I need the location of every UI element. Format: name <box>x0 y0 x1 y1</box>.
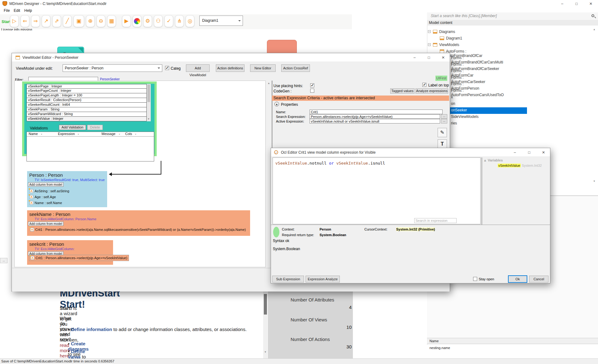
tree-item-personseeker[interactable]: onSeeker <box>450 107 527 114</box>
model-search[interactable]: Start a search like this [Class].[Member… <box>427 12 598 20</box>
scroll-down-icon[interactable]: ▼ <box>147 118 150 120</box>
edit-expression-button[interactable]: ✎ <box>438 128 447 137</box>
active-expression-ellipsis-button[interactable]: ... <box>441 119 447 124</box>
search-icon[interactable] <box>591 14 594 17</box>
toolbar-button[interactable]: ⚙ <box>143 15 152 27</box>
collapse-icon[interactable]: − <box>428 43 431 46</box>
codegen-checkbox[interactable] <box>310 89 314 93</box>
toolbar-button[interactable]: ▷ <box>10 15 19 27</box>
vm-box-seekname[interactable]: seekName : Person TV: Eco.HiliteGridColu… <box>27 210 250 236</box>
list-item[interactable]: vSeekerResult : Collection(Person) <box>26 98 147 103</box>
search-in-expression-input[interactable]: Search in expression <box>414 218 457 223</box>
use-placing-hints-checkbox[interactable] <box>310 83 314 87</box>
viewmodel-under-edit-select[interactable]: PersonSeeker : Person <box>63 64 162 72</box>
list-item[interactable]: vSeekParamWildcard : String <box>26 112 147 117</box>
vm-canvas-scrollbar[interactable]: ▲ <box>267 81 271 267</box>
close-button[interactable]: ✕ <box>584 0 598 7</box>
collapse-icon[interactable]: − <box>428 30 431 33</box>
stay-open-checkbox[interactable] <box>473 277 477 281</box>
scroll-up-icon[interactable]: ▲ <box>593 28 596 31</box>
search-input[interactable]: Start a search like this [Class].[Member… <box>431 14 497 18</box>
list-item[interactable]: vSeekerPageLength : Integer = 100 <box>26 93 147 98</box>
action-definitions-button[interactable]: Action definitions <box>216 64 244 72</box>
toolbar-button[interactable]: ⚇ <box>154 15 163 27</box>
list-item[interactable]: vSeekIntValue : Integer <box>26 117 147 121</box>
column-header[interactable]: Expression <box>58 132 75 136</box>
crit-name-input[interactable]: Crit1 <box>310 110 443 114</box>
toolbar-button[interactable]: ⇒ <box>31 15 40 27</box>
analyze-expressions-button[interactable]: Analyze expressions <box>415 88 448 94</box>
filter-funnel-icon[interactable]: ▼ <box>135 133 137 135</box>
text-button[interactable]: T <box>438 139 447 149</box>
wizard-scrollbar[interactable]: ▼ <box>263 292 268 358</box>
toolbar-button[interactable] <box>133 15 141 27</box>
toolbar-button[interactable]: ⇐ <box>21 15 29 27</box>
label-on-top-checkbox[interactable] <box>422 83 426 87</box>
categ-checkbox[interactable] <box>165 66 169 70</box>
list-item[interactable]: vSeekerPageCount : Integer <box>26 89 147 93</box>
toolbar-button[interactable]: ✓ <box>164 15 173 27</box>
property-name-value[interactable]: nesting.name <box>427 345 598 358</box>
scroll-down-icon[interactable]: ▼ <box>593 180 596 183</box>
close-button[interactable]: ✕ <box>436 54 450 61</box>
column-header[interactable]: Name <box>29 132 38 136</box>
scroll-down-icon[interactable]: ▼ <box>264 351 267 353</box>
column-header[interactable]: Message <box>102 132 116 136</box>
search-expression-ellipsis-button[interactable]: ... <box>441 114 447 119</box>
variable-row[interactable]: vSeekIntValue System.Int32 <box>498 164 542 167</box>
maximize-button[interactable]: □ <box>422 54 436 61</box>
h-scrollbar-fragment[interactable]: ↔ <box>0 258 7 263</box>
expression-analyze-button[interactable]: Expression Analyze <box>306 276 340 282</box>
cancel-button[interactable]: Cancel <box>529 276 548 282</box>
search-expression-input[interactable]: Person.allinstances->select(p|p.Age>=vSe… <box>310 114 440 119</box>
collapse-circle-icon[interactable]: ▲ <box>274 102 279 106</box>
delete-validation-button[interactable]: Delete <box>87 125 103 130</box>
add-column-button[interactable]: Add column from model <box>28 182 64 187</box>
filter-funnel-icon[interactable]: ▼ <box>40 133 43 135</box>
sub-expression-button[interactable]: Sub Expression <box>272 276 304 282</box>
diagram-select[interactable]: Diagram1 <box>199 16 243 26</box>
action-crossref-button[interactable]: Action CrossRef <box>281 64 310 72</box>
vm-column-selected[interactable]: A Crit1 : Person.allinstances->select(p|… <box>29 255 129 261</box>
define-information-link[interactable]: Define information <box>71 327 112 332</box>
scroll-up-icon[interactable]: ▲ <box>268 82 270 85</box>
filter-funnel-icon[interactable]: ▼ <box>118 133 121 135</box>
minimize-button[interactable]: – <box>555 0 569 7</box>
toolbar-button[interactable]: ⇗ <box>52 15 61 27</box>
toolbar-button[interactable]: ╱ <box>63 15 72 27</box>
scrollbar-thumb[interactable] <box>147 85 150 102</box>
scrollbar-thumb[interactable] <box>264 294 267 315</box>
list-item[interactable]: vSeekerResultCount : Int64 <box>26 103 147 107</box>
field-list-scrollbar[interactable]: ▼ <box>147 84 151 121</box>
ok-button[interactable]: Ok <box>508 275 527 283</box>
toolbar-button[interactable]: ◎ <box>186 15 194 27</box>
add-validation-button[interactable]: Add Validation <box>59 125 86 130</box>
maximize-button[interactable]: □ <box>569 0 584 7</box>
active-expression-input[interactable]: vSeekIntValue.notnull or vSeekIntValue.i… <box>310 119 440 124</box>
menu-file[interactable]: File <box>4 8 10 13</box>
toolbar-button[interactable]: ⊕ <box>86 15 95 27</box>
add-column-button[interactable]: Add column from model <box>28 222 64 226</box>
column-header[interactable]: Cols <box>125 132 132 136</box>
toolbar-button[interactable]: ▣ <box>74 15 84 27</box>
minimize-button[interactable]: – <box>407 54 422 61</box>
toolbar-button[interactable]: ⋔ <box>175 15 184 27</box>
list-item[interactable]: vSeekerPage : Integer <box>26 84 147 89</box>
menu-edit[interactable]: Edit <box>14 8 20 13</box>
list-item[interactable]: vSeekParam : String <box>26 107 147 112</box>
toolbar-button[interactable]: ▶ <box>122 15 131 27</box>
menu-help[interactable]: Help <box>24 8 32 13</box>
tagged-values-button[interactable]: Tagged values <box>390 88 415 94</box>
toolbar-button[interactable]: ⊖ <box>97 15 105 27</box>
vm-box-person[interactable]: Person : Person TV: IsSeekerResultGrid: … <box>27 171 107 207</box>
new-editor-button[interactable]: New Editor <box>250 64 276 72</box>
minimize-button[interactable]: – <box>508 149 522 156</box>
toolbar-button[interactable]: ↗ <box>42 15 50 27</box>
toolbar-button[interactable]: ▦ <box>107 15 116 27</box>
maximize-button[interactable]: □ <box>522 149 536 156</box>
filter-funnel-icon[interactable]: ▼ <box>77 133 79 135</box>
add-viewmodel-button[interactable]: Add ViewModel <box>186 64 210 72</box>
vm-box-seekcrit[interactable]: seekcrit : Person TV: Eco.HiliteGridColu… <box>27 240 113 265</box>
close-button[interactable]: ✕ <box>536 149 551 156</box>
ocl-expression-editor[interactable]: vSeekIntValue.notnull or vSeekIntValue.i… <box>273 157 481 224</box>
